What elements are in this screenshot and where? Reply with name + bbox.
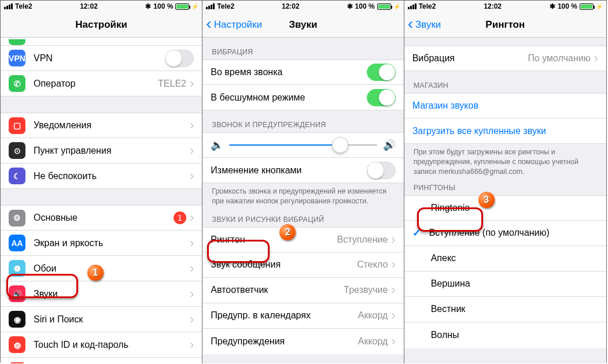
chevron-left-icon — [408, 17, 414, 33]
cell-notifications[interactable]: ▢ Уведомления — [1, 113, 202, 138]
download-footer: При этом будут загружены все рингтоны и … — [404, 144, 606, 183]
cell-general[interactable]: ⚙ Основные 1 — [1, 205, 202, 231]
cell-label: Звук сообщения — [211, 259, 357, 270]
moon-icon: ☾ — [9, 168, 25, 184]
change-buttons-toggle[interactable] — [367, 162, 396, 179]
cell-label: В бесшумном режиме — [211, 92, 366, 103]
status-bar: Tele2 12:02 ✱100 % — [1, 1, 202, 12]
bluetooth-icon: ✱ — [145, 2, 151, 10]
battery-percent: 100 % — [558, 2, 577, 10]
vpn-toggle[interactable] — [165, 50, 194, 67]
cell-label: Изменение кнопками — [211, 165, 366, 176]
vpn-icon: VPN — [9, 50, 25, 66]
chevron-right-icon — [190, 77, 194, 90]
cell-label: Волны — [431, 330, 598, 340]
cell-change-with-buttons[interactable]: Изменение кнопками — [202, 158, 403, 183]
cell-partial-top[interactable] — [1, 38, 202, 46]
cell-label: Пункт управления — [34, 146, 186, 156]
cell-ringtone-item[interactable]: Волны — [404, 322, 606, 348]
cell-control-center[interactable]: ⊙ Пункт управления — [1, 138, 202, 164]
back-button[interactable]: Звуки — [408, 12, 441, 37]
cell-text-tone[interactable]: Звук сообщения Стекло — [202, 252, 403, 278]
vibrate-ring-toggle[interactable] — [367, 64, 396, 81]
page-title: Звуки — [289, 19, 317, 31]
clock-label: 12:02 — [282, 2, 300, 10]
volume-low-icon: 🔈 — [211, 139, 223, 151]
cell-siri[interactable]: ◉ Siri и Поиск — [1, 307, 202, 332]
cell-download-all[interactable]: Загрузить все купленные звуки — [404, 118, 606, 144]
volume-slider-thumb[interactable] — [332, 137, 348, 153]
charging-icon — [191, 2, 198, 10]
sos-icon: SOS — [9, 362, 25, 364]
chevron-left-icon — [206, 17, 212, 33]
cell-value: Вступление — [337, 235, 388, 245]
signal-icon — [408, 3, 417, 9]
sounds-icon: 🔊 — [9, 285, 25, 302]
group-header-ringer: ЗВОНОК И ПРЕДУПРЕЖДЕНИЯ — [202, 110, 403, 132]
cell-display[interactable]: AA Экран и яркость — [1, 231, 202, 256]
battery-icon — [377, 3, 391, 10]
back-label: Звуки — [415, 19, 441, 31]
cell-ringtone-item[interactable]: Вершина — [404, 272, 606, 297]
cell-ringtone-item[interactable]: Вестник — [404, 297, 606, 322]
cell-value: TELE2 — [158, 79, 186, 89]
notification-badge: 1 — [174, 211, 186, 224]
notifications-icon: ▢ — [9, 117, 25, 134]
back-label: Настройки — [214, 19, 262, 31]
chevron-right-icon — [391, 335, 395, 348]
cell-touchid[interactable]: ◍ Touch ID и код-пароль — [1, 332, 202, 358]
cell-dnd[interactable]: ☾ Не беспокоить — [1, 164, 202, 189]
cell-vpn[interactable]: VPN VPN — [1, 46, 202, 71]
screen-sounds: Tele2 12:02 ✱100 % Настройки Звуки ВИБРА… — [202, 1, 404, 363]
chevron-right-icon — [190, 170, 194, 183]
back-button[interactable]: Настройки — [206, 12, 262, 37]
annotation-bubble-3: 3 — [478, 192, 495, 208]
signal-icon — [4, 3, 13, 9]
cell-sounds[interactable]: 🔊 Звуки — [1, 281, 202, 307]
annotation-bubble-1: 1 — [87, 265, 104, 281]
charging-icon — [393, 2, 400, 10]
cell-ringtone-custom[interactable]: Ringtonio — [404, 195, 606, 221]
chevron-right-icon — [190, 262, 194, 275]
cell-vibrate-on-silent[interactable]: В бесшумном режиме — [202, 85, 403, 110]
cell-vibration[interactable]: Вибрация По умолчанию — [404, 46, 606, 71]
vibrate-silent-toggle[interactable] — [367, 89, 396, 106]
cell-label: Рингтон — [211, 235, 337, 245]
cell-alerts[interactable]: Предупреждения Аккорд — [202, 329, 403, 354]
bluetooth-icon: ✱ — [347, 2, 353, 10]
signal-icon — [206, 3, 215, 9]
cell-tone-store[interactable]: Магазин звуков — [404, 93, 606, 118]
cell-label: Автоответчик — [211, 285, 344, 295]
cell-label: Вестник — [431, 304, 598, 314]
status-bar: Tele2 12:02 ✱100 % — [202, 1, 403, 12]
chevron-right-icon — [190, 313, 194, 326]
cell-label: Siri и Поиск — [34, 314, 186, 325]
cell-sos[interactable]: SOS Экстренный вызов — SOS — [1, 358, 202, 363]
volume-slider[interactable] — [229, 144, 377, 146]
cell-calendar-alerts[interactable]: Предупр. в календарях Аккорд — [202, 303, 403, 329]
cell-label: Вершина — [431, 278, 598, 289]
cell-label: Оператор — [34, 79, 158, 89]
chevron-right-icon — [190, 144, 194, 157]
cell-carrier[interactable]: ✆ Оператор TELE2 — [1, 71, 202, 96]
control-center-icon: ⊙ — [9, 142, 25, 159]
charging-icon — [596, 2, 603, 10]
display-icon: AA — [9, 235, 25, 251]
ringer-footer: Громкость звонка и предупреждений не изм… — [202, 183, 403, 212]
cell-label: Магазин звуков — [412, 101, 598, 111]
group-header-ringtones: РИНГТОНЫ — [404, 183, 606, 195]
cell-voicemail[interactable]: Автоответчик Трезвучие — [202, 278, 403, 303]
bluetooth-icon: ✱ — [550, 2, 555, 10]
cell-ringtone-default[interactable]: Вступление (по умолчанию) — [404, 221, 606, 246]
cell-label: Вступление (по умолчанию) — [429, 228, 598, 238]
cell-vibrate-on-ring[interactable]: Во время звонка — [202, 60, 403, 85]
cell-ringtone[interactable]: Рингтон Вступление — [202, 227, 403, 252]
cell-label: Загрузить все купленные звуки — [412, 126, 598, 136]
battery-icon — [175, 3, 189, 10]
cell-value: Трезвучие — [344, 285, 388, 295]
chevron-right-icon — [190, 237, 194, 250]
status-bar: Tele2 12:02 ✱100 % — [404, 1, 606, 12]
cell-ringtone-item[interactable]: Апекс — [404, 246, 606, 272]
cell-label: VPN — [34, 53, 165, 64]
chevron-right-icon — [594, 52, 598, 65]
